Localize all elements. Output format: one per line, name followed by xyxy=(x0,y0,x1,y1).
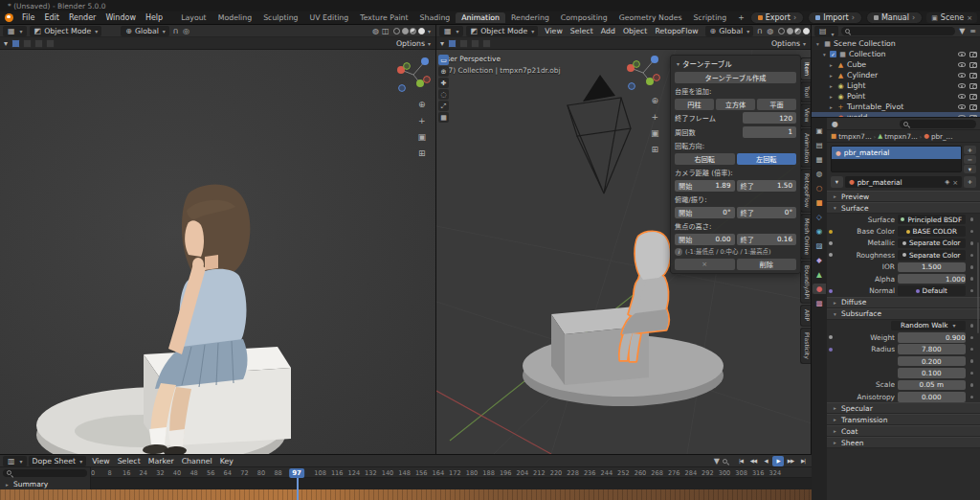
ortho-toggle-icon[interactable]: ⊞ xyxy=(651,145,658,154)
pedestal-option--[interactable]: 立方体 xyxy=(716,99,755,110)
transport-button-2[interactable]: ◀ xyxy=(760,456,771,466)
viewport-menu-select[interactable]: Select xyxy=(567,27,597,35)
end-frame-field[interactable]: 120 xyxy=(743,112,796,124)
shading-solid-icon[interactable] xyxy=(402,28,409,34)
viewport-right-canvas[interactable]: User Perspective (97) Collection | tmpxn… xyxy=(436,50,811,454)
n-panel-tab-tool[interactable]: Tool xyxy=(800,81,811,102)
decorator-dot[interactable] xyxy=(970,359,974,363)
overlays-icon[interactable]: ◍ xyxy=(766,27,774,35)
options-button[interactable]: Options xyxy=(396,39,425,48)
workspace-tab-modeling[interactable]: Modeling xyxy=(212,12,257,23)
outliner-item-collection[interactable]: ▾✓▦Collection xyxy=(812,49,980,59)
tool-toggle[interactable] xyxy=(448,39,457,48)
render-visibility-icon[interactable] xyxy=(969,52,977,57)
outliner-options-icon[interactable]: ≡ xyxy=(969,27,977,35)
property-field-weight[interactable]: 0.900 xyxy=(898,332,966,343)
menu-file[interactable]: File xyxy=(17,13,39,22)
shading-rendered-icon[interactable] xyxy=(418,28,425,34)
panel-sheen[interactable]: ▸Sheen xyxy=(827,437,980,448)
properties-search-input[interactable] xyxy=(900,120,976,128)
hide-eye-icon[interactable] xyxy=(958,104,966,109)
panel-preview[interactable]: ▸Preview xyxy=(827,191,980,202)
breadcrumb-object[interactable]: tmpxn7... xyxy=(838,132,872,141)
expand-arrow-icon[interactable]: ▾ xyxy=(821,52,828,57)
fake-user-shield-icon[interactable]: ◈ xyxy=(945,178,949,186)
navigation-gizmo[interactable] xyxy=(624,52,662,92)
viewport-menu-object[interactable]: Object xyxy=(619,27,651,35)
transform-tool[interactable]: ▦ xyxy=(438,112,449,123)
hide-eye-icon[interactable] xyxy=(958,73,966,78)
editor-type-button[interactable]: ▤ xyxy=(814,26,838,36)
panel-subsurface[interactable]: ▾Subsurface xyxy=(827,308,980,320)
pedestal-option--[interactable]: 円柱 xyxy=(675,99,714,110)
n-panel-tab-boundlyapi[interactable]: BoundlyAPI xyxy=(800,261,811,304)
unlink-icon[interactable] xyxy=(952,178,958,187)
property-field-radius-1[interactable]: 0.200 xyxy=(898,356,966,367)
property-field-surface[interactable]: Principled BSDF xyxy=(898,215,966,225)
workspace-tab-compositing[interactable]: Compositing xyxy=(555,12,613,23)
workspace-tab-uv-editing[interactable]: UV Editing xyxy=(304,12,355,23)
workspace-tab-scripting[interactable]: Scripting xyxy=(688,12,733,23)
render-visibility-icon[interactable] xyxy=(969,62,977,68)
outliner-item-world[interactable]: ▸●world xyxy=(812,112,980,117)
shading-wireframe-icon[interactable] xyxy=(778,28,785,34)
remove-slot-button[interactable]: − xyxy=(964,155,976,164)
transport-play-button[interactable]: ▶ xyxy=(772,456,784,466)
decorator-dot[interactable] xyxy=(970,289,974,293)
decorator-dot[interactable] xyxy=(970,348,974,352)
export-button[interactable]: Export xyxy=(750,11,804,24)
property-field-roughness[interactable]: Separate Color xyxy=(898,250,966,261)
dope-sheet-menu-select[interactable]: Select xyxy=(114,457,145,466)
playhead-line[interactable] xyxy=(297,477,299,500)
xray-icon[interactable]: ◫ xyxy=(381,27,390,35)
decorator-dot[interactable] xyxy=(970,241,974,245)
pan-hand-icon[interactable]: + xyxy=(418,116,426,125)
properties-tab-output[interactable]: ▤ xyxy=(813,140,826,150)
hide-eye-icon[interactable] xyxy=(958,83,966,88)
properties-tab-view-layer[interactable]: ▦ xyxy=(813,154,826,165)
tool-settings-icon[interactable]: ▾ xyxy=(439,39,445,48)
properties-tab-constraints[interactable]: ◆ xyxy=(813,255,826,265)
properties-tab-object[interactable]: ■ xyxy=(813,197,826,208)
transform-orientation-selector[interactable]: ⊕Global xyxy=(705,26,754,36)
render-visibility-icon[interactable] xyxy=(969,115,977,118)
breadcrumb-data[interactable]: tmpxn7... xyxy=(884,132,918,141)
menu-edit[interactable]: Edit xyxy=(39,13,64,22)
zoom-icon[interactable]: ⊕ xyxy=(651,96,658,105)
dope-sheet-menu-key[interactable]: Key xyxy=(216,457,237,466)
properties-tab-material[interactable]: ● xyxy=(813,284,826,294)
direction-option--[interactable]: 右回転 xyxy=(675,153,735,165)
menu-help[interactable]: Help xyxy=(141,13,167,22)
select-box-tool[interactable]: ▭ xyxy=(438,55,449,65)
channel-search-input[interactable] xyxy=(3,469,87,477)
timeline-ruler[interactable]: 0816243240485664728088108116124132140148… xyxy=(0,467,812,478)
workspace-tab-texture-paint[interactable]: Texture Paint xyxy=(354,12,413,23)
property-field-normal[interactable]: Default xyxy=(898,285,966,296)
shading-rendered-icon[interactable] xyxy=(803,28,810,34)
pedestal-option--[interactable]: 平面 xyxy=(757,99,796,110)
filter-funnel-icon[interactable]: ▼ xyxy=(713,457,721,466)
dope-sheet-menu-channel[interactable]: Channel xyxy=(178,457,216,466)
focus-end-field[interactable]: 終了0.16 xyxy=(737,234,797,245)
properties-tab-modifiers[interactable]: ◇ xyxy=(813,212,826,222)
viewport-menu-retopoflow[interactable]: RetopoFlow xyxy=(651,27,702,35)
menu-window[interactable]: Window xyxy=(100,13,141,22)
n-panel-tab-item[interactable]: Item xyxy=(800,57,811,80)
workspace-tab-shading[interactable]: Shading xyxy=(414,12,457,23)
options-button[interactable]: Options xyxy=(771,39,800,48)
import-button[interactable]: Import xyxy=(808,11,862,24)
dope-sheet-menu-view[interactable]: View xyxy=(88,457,114,466)
properties-tab-physics[interactable]: ◉ xyxy=(813,226,826,237)
outliner-item-light[interactable]: ▸◉Light xyxy=(812,80,980,91)
close-icon[interactable] xyxy=(967,13,972,22)
panel-diffuse[interactable]: ▸Diffuse xyxy=(827,297,980,308)
transport-button-5[interactable]: ▶| xyxy=(797,456,809,466)
camera-end-field[interactable]: 終了1.50 xyxy=(737,180,797,192)
zoom-icon[interactable]: ⊕ xyxy=(418,100,426,109)
ortho-toggle-icon[interactable]: ⊞ xyxy=(418,148,426,158)
editor-type-button[interactable]: ▦ xyxy=(3,26,27,36)
workspace-tab-layout[interactable]: Layout xyxy=(175,12,212,23)
render-visibility-icon[interactable] xyxy=(969,94,977,100)
workspace-tab-animation[interactable]: Animation xyxy=(456,12,505,23)
property-field-radius-0[interactable]: 7.800 xyxy=(898,344,966,354)
